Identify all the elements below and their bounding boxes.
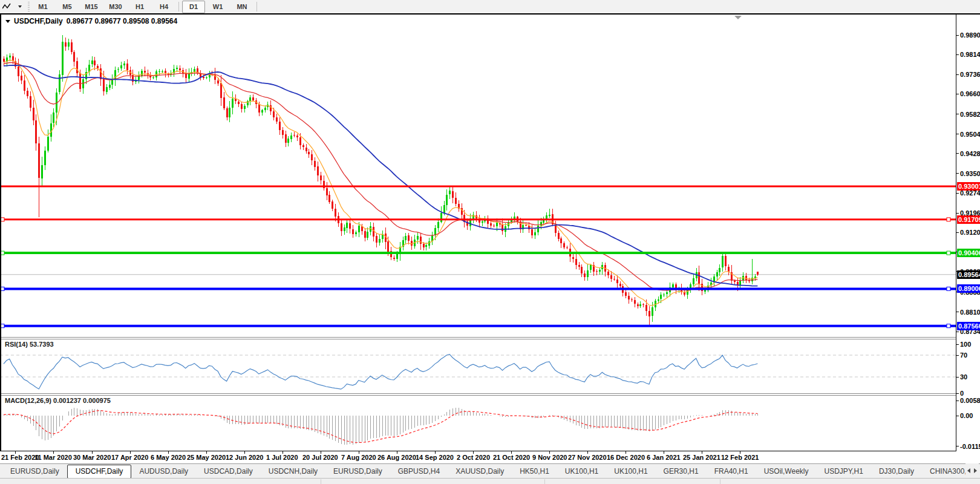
timeframe-button-m5[interactable]: M5 — [56, 1, 79, 13]
time-axis-date: 25 Jan 2021 — [683, 454, 720, 461]
rsi-axis-tick: 70 — [956, 351, 967, 359]
time-axis-date: 9 Nov 2020 — [532, 454, 567, 461]
tab-uk100-h1[interactable]: UK100,H1 — [557, 465, 606, 477]
tab-usdchf-daily[interactable]: USDCHF,Daily — [67, 465, 132, 479]
tab-xauusd-daily[interactable]: XAUUSD,Daily — [448, 465, 512, 477]
price-axis-tick: 0.94280 — [956, 149, 980, 158]
price-axis-tick: 0.93500 — [956, 169, 980, 178]
chart-tab-bar: EURUSD,DailyUSDCHF,DailyAUDUSD,DailyUSDC… — [0, 463, 980, 479]
tab-uk100-h1[interactable]: UK100,H1 — [606, 465, 655, 477]
tab-usdcad-daily[interactable]: USDCAD,Daily — [196, 465, 261, 477]
time-axis-date: 1 Jul 2020 — [266, 454, 298, 461]
price-axis-tick: 0.95820 — [956, 110, 980, 119]
tab-scroll-right-icon[interactable] — [974, 468, 977, 473]
time-axis-date: 27 Nov 2020 — [568, 454, 607, 461]
time-axis-date: 16 Dec 2020 — [607, 454, 645, 461]
tab-gbpusd-h4[interactable]: GBPUSD,H4 — [390, 465, 448, 477]
timeframe-button-d1[interactable]: D1 — [182, 1, 205, 13]
status-separator — [321, 479, 321, 484]
price-axis[interactable]: 0.989000.981400.973600.966000.958200.950… — [956, 15, 980, 451]
time-axis-date: 2 Oct 2020 — [457, 454, 490, 461]
rsi-indicator-label: RSI(14) 53.7393 — [5, 341, 54, 348]
macd-axis-tick: 0.00 — [956, 411, 973, 420]
tab-usoil-weekly[interactable]: USOil,Weekly — [756, 465, 817, 477]
time-axis-date: 30 Mar 2020 — [73, 454, 111, 461]
time-axis-date: 17 Apr 2020 — [111, 454, 148, 461]
tab-hk50-h1[interactable]: HK50,H1 — [512, 465, 557, 477]
hline-price-label: 0.89006 — [957, 284, 980, 293]
time-axis-date: 20 Jul 2020 — [302, 454, 338, 461]
tab-dj30-daily[interactable]: DJ30,Daily — [871, 465, 922, 477]
timeframe-button-m30[interactable]: M30 — [104, 1, 127, 13]
top-toolbar: M1M5M15M30H1H4D1W1MN — [0, 0, 980, 14]
time-axis-date: 14 Sep 2020 — [416, 454, 454, 461]
macd-axis-tick: -0.011514 — [956, 442, 980, 451]
timeframe-button-w1[interactable]: W1 — [206, 1, 229, 13]
chart-tool-icon[interactable] — [0, 1, 13, 13]
tab-eurusd-daily[interactable]: EURUSD,Daily — [2, 465, 67, 477]
time-axis[interactable]: 21 Feb 202011 Mar 202030 Mar 202017 Apr … — [0, 451, 980, 463]
hline-price-label: 0.87560 — [957, 322, 980, 330]
time-axis-date: 12 Jun 2020 — [226, 454, 263, 461]
timeframe-button-h4[interactable]: H4 — [152, 1, 175, 13]
status-separator — [544, 479, 545, 484]
price-axis-tick: 0.96600 — [956, 90, 980, 98]
tab-usdjpy-h1[interactable]: USDJPY,H1 — [816, 465, 871, 477]
price-chart[interactable] — [0, 15, 956, 451]
price-axis-tick: 0.98140 — [956, 50, 980, 59]
timeframe-button-h1[interactable]: H1 — [128, 1, 151, 13]
timeframe-button-m1[interactable]: M1 — [31, 1, 54, 13]
timeframe-button-m15[interactable]: M15 — [80, 1, 103, 13]
time-axis-date: 6 Jan 2021 — [647, 454, 681, 461]
time-axis-date: 6 May 2020 — [151, 454, 186, 461]
price-axis-tick: 0.91200 — [956, 228, 980, 237]
collapse-triangle-icon[interactable] — [5, 20, 10, 23]
price-axis-tick: 0.97360 — [956, 70, 980, 79]
toolbar-separator — [178, 2, 179, 11]
chart-symbol-title: USDCHF,Daily — [14, 17, 63, 25]
hline-price-label: 0.90406 — [957, 249, 980, 257]
timeframe-button-mn[interactable]: MN — [230, 1, 253, 13]
toolbar-separator — [256, 2, 257, 11]
chart-shift-marker-icon[interactable] — [734, 16, 742, 19]
hline-price-label: 0.91709 — [957, 215, 980, 224]
time-axis-date: 11 Mar 2020 — [34, 454, 72, 461]
macd-indicator-label: MACD(12,26,9) 0.001237 0.000975 — [5, 397, 111, 404]
status-separator — [720, 479, 720, 484]
tab-scroll-buttons — [965, 463, 979, 478]
tab-usdcnh-daily[interactable]: USDCNH,Daily — [261, 465, 325, 477]
price-axis-tick: 0.88100 — [956, 308, 980, 316]
rsi-axis-tick: 100 — [956, 340, 971, 348]
price-axis-tick: 0.95040 — [956, 130, 980, 139]
chart-ohlc-values: 0.89677 0.89677 0.89508 0.89564 — [67, 17, 178, 25]
price-axis-tick: 0.98900 — [956, 31, 980, 39]
hline-price-label: 0.93001 — [957, 182, 980, 191]
time-axis-date: 21 Oct 2020 — [493, 454, 530, 461]
time-axis-date: 26 Aug 2020 — [377, 454, 416, 461]
tab-scroll-left-icon[interactable] — [967, 468, 970, 473]
chevron-down-icon — [18, 5, 22, 8]
tab-eurusd-daily[interactable]: EURUSD,Daily — [325, 465, 390, 477]
status-bar — [0, 478, 980, 484]
time-axis-date: 25 May 2020 — [187, 454, 226, 461]
rsi-axis-tick: 30 — [956, 373, 967, 381]
macd-axis-tick: 0.005818 — [956, 396, 980, 405]
chart-window-title: USDCHF,Daily 0.89677 0.89677 0.89508 0.8… — [4, 17, 179, 25]
time-axis-date: 21 Feb 2020 — [1, 454, 39, 461]
bid-price-label: 0.89564 — [957, 270, 980, 279]
toolbar-grip — [28, 2, 30, 11]
time-axis-date: 12 Feb 2021 — [721, 454, 759, 461]
time-axis-date: 7 Aug 2020 — [341, 454, 376, 461]
chart-tool-dropdown-button[interactable] — [13, 1, 27, 13]
tab-fra40-h1[interactable]: FRA40,H1 — [707, 465, 756, 477]
tab-audusd-daily[interactable]: AUDUSD,Daily — [131, 465, 196, 477]
tab-ger30-h1[interactable]: GER30,H1 — [656, 465, 707, 477]
